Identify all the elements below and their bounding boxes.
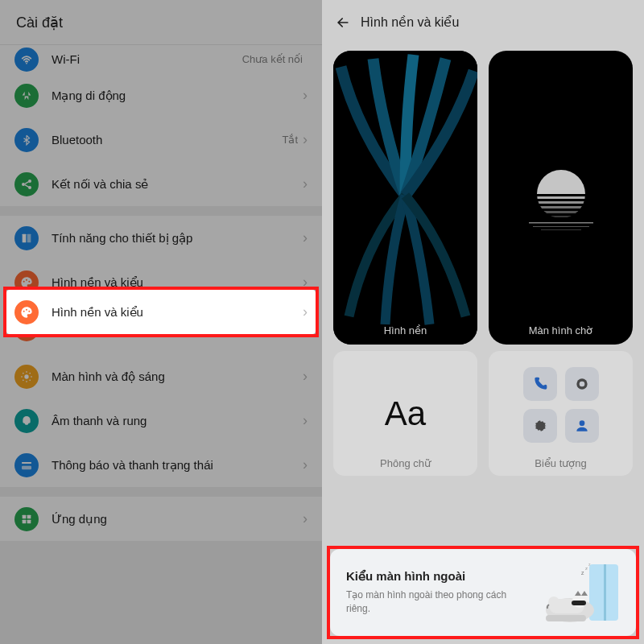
svg-rect-26 xyxy=(537,211,585,213)
svg-point-10 xyxy=(24,374,28,378)
chevron-right-icon: › xyxy=(303,274,308,291)
ext-title: Kiểu màn hình ngoài xyxy=(346,569,539,584)
sound-label: Âm thanh và rung xyxy=(52,414,303,427)
svg-rect-29 xyxy=(533,226,589,227)
back-button[interactable] xyxy=(332,11,354,34)
svg-rect-22 xyxy=(537,170,585,194)
svg-rect-30 xyxy=(541,229,581,230)
camera-icon xyxy=(565,367,599,401)
wifi-icon xyxy=(14,47,39,72)
gear-icon xyxy=(523,409,557,443)
chevron-right-icon: › xyxy=(303,368,308,385)
settings-header: Cài đặt xyxy=(0,0,322,44)
right-header: Hình nền và kiểu xyxy=(322,0,644,44)
ext-illustration: z z z xyxy=(539,560,620,625)
tile-font[interactable]: Aa Phông chữ xyxy=(333,351,477,476)
svg-rect-3 xyxy=(23,233,27,242)
chevron-right-icon: › xyxy=(303,175,308,192)
display-label: Màn hình và độ sáng xyxy=(52,369,303,384)
svg-rect-14 xyxy=(27,514,31,518)
standby-preview xyxy=(489,51,633,345)
chevron-right-icon: › xyxy=(303,510,308,527)
apps-group: Ứng dụng › xyxy=(0,497,322,541)
chevron-right-icon: › xyxy=(303,456,308,473)
wallpaper-style-panel: Hình nền và kiểu xyxy=(322,0,644,644)
chevron-right-icon: › xyxy=(303,229,308,246)
chevron-right-icon: › xyxy=(303,303,308,320)
bottom-tiles: Aa Phông chữ Biểu tượng xyxy=(322,351,644,476)
svg-point-18 xyxy=(26,308,27,310)
row-share[interactable]: Kết nối và chia sẻ › xyxy=(0,162,322,206)
row-notif[interactable]: Thông báo và thanh trạng thái › xyxy=(0,443,322,487)
brightness-icon xyxy=(14,365,39,389)
notif-label: Thông báo và thanh trạng thái xyxy=(52,458,303,473)
svg-point-0 xyxy=(22,183,25,186)
apps-icon xyxy=(14,507,39,531)
right-title: Hình nền và kiểu xyxy=(361,14,459,30)
svg-point-32 xyxy=(579,381,584,386)
row-apps[interactable]: Ứng dụng › xyxy=(0,497,322,541)
svg-rect-16 xyxy=(27,519,31,523)
ext-desc: Tạo màn hình ngoài theo phong cách riêng… xyxy=(346,588,515,616)
svg-rect-4 xyxy=(27,233,31,242)
svg-rect-35 xyxy=(604,564,606,621)
notification-icon xyxy=(14,453,39,477)
main-tiles: Hình nền xyxy=(322,44,644,351)
share-icon xyxy=(14,172,39,196)
wallpaper-label: Hình nền và kiểu xyxy=(52,275,303,290)
svg-rect-11 xyxy=(22,462,31,464)
svg-rect-43 xyxy=(572,601,586,605)
sound-icon xyxy=(14,409,39,433)
icon-preview-grid xyxy=(523,367,599,460)
person-icon xyxy=(565,409,599,443)
svg-rect-12 xyxy=(22,465,31,469)
wallpaper-label-hl: Hình nền và kiểu xyxy=(52,305,303,320)
settings-panel: Cài đặt Wi-Fi Chưa kết nối Mạng di động … xyxy=(0,0,322,644)
personalization-group: Tính năng cho thiết bị gập › Hình nền và… xyxy=(0,216,322,487)
svg-rect-13 xyxy=(23,514,27,518)
row-wallpaper-highlighted[interactable]: Hình nền và kiểu › xyxy=(6,290,316,334)
row-bluetooth[interactable]: Bluetooth Tắt › xyxy=(0,118,322,162)
mobile-data-icon xyxy=(14,84,39,108)
svg-rect-15 xyxy=(23,519,27,523)
chevron-right-icon: › xyxy=(303,412,308,429)
wifi-label: Wi-Fi xyxy=(52,52,242,66)
row-sound[interactable]: Âm thanh và rung › xyxy=(0,398,322,443)
tile-wallpaper[interactable]: Hình nền xyxy=(333,51,477,345)
row-wifi[interactable]: Wi-Fi Chưa kết nối xyxy=(0,45,322,73)
external-screen-card[interactable]: Kiểu màn hình ngoài Tạo màn hình ngoài t… xyxy=(330,549,636,636)
bluetooth-label: Bluetooth xyxy=(52,133,282,147)
tile-icons-caption: Biểu tượng xyxy=(535,457,586,469)
svg-point-5 xyxy=(23,280,25,282)
mobile-label: Mạng di động xyxy=(52,89,303,103)
tile-wallpaper-caption: Hình nền xyxy=(333,324,477,336)
svg-point-19 xyxy=(28,310,30,312)
svg-rect-25 xyxy=(537,206,585,208)
fold-label: Tính năng cho thiết bị gập xyxy=(52,231,303,246)
bluetooth-icon xyxy=(14,128,39,152)
font-sample: Aa xyxy=(385,394,426,433)
svg-point-17 xyxy=(23,310,25,312)
tile-standby[interactable]: Màn hình chờ xyxy=(489,51,633,345)
svg-point-33 xyxy=(579,420,584,426)
row-mobile[interactable]: Mạng di động › xyxy=(0,73,322,118)
bluetooth-value: Tắt xyxy=(282,134,298,146)
tile-icons[interactable]: Biểu tượng xyxy=(489,351,633,476)
chevron-right-icon: › xyxy=(303,87,308,104)
svg-rect-24 xyxy=(537,201,585,204)
phone-icon xyxy=(523,367,557,401)
svg-text:z: z xyxy=(581,570,584,576)
fold-icon xyxy=(14,226,39,250)
svg-rect-28 xyxy=(529,222,593,224)
svg-rect-44 xyxy=(546,615,586,621)
row-display[interactable]: Màn hình và độ sáng › xyxy=(0,354,322,398)
settings-title: Cài đặt xyxy=(16,14,63,31)
row-fold[interactable]: Tính năng cho thiết bị gập › xyxy=(0,216,322,260)
wallpaper-preview xyxy=(333,51,477,345)
apps-label: Ứng dụng xyxy=(52,512,303,526)
svg-text:z: z xyxy=(585,566,588,571)
connectivity-group: Wi-Fi Chưa kết nối Mạng di động › Blueto… xyxy=(0,44,322,206)
svg-point-6 xyxy=(26,279,27,280)
share-label: Kết nối và chia sẻ xyxy=(52,177,303,192)
svg-rect-23 xyxy=(537,196,585,199)
